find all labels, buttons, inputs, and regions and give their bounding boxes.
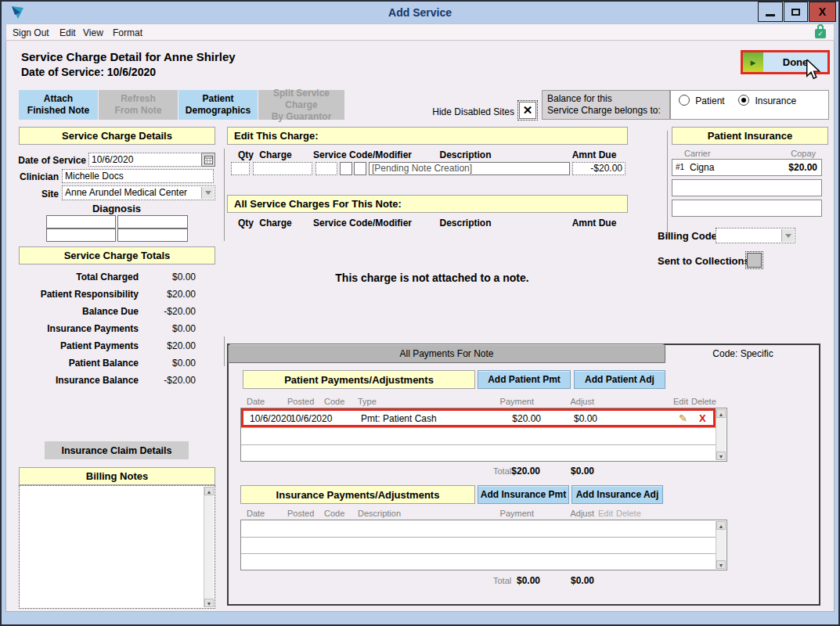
diagnosis-input-2[interactable] [117,215,188,228]
col-edit: Edit [673,397,688,406]
menu-edit[interactable]: Edit [59,27,76,38]
patient-payments-scrollbar[interactable]: ▲ ▼ [716,409,726,460]
window-title: Add Service [2,6,838,19]
total-label: Patient Payments [19,340,139,351]
row-divider [241,553,716,554]
add-patient-pmt-button[interactable]: Add Patient Pmt [478,370,571,389]
col-adjust: Adjust [557,397,594,406]
total-value: $0.00 [142,358,196,369]
col-delete: Delete [691,397,716,406]
delete-x-icon[interactable]: X [699,412,706,424]
chevron-down-icon[interactable] [201,187,214,199]
billing-notes-textarea[interactable]: ▲ ▼ [19,485,215,609]
col-copay: Copay [775,149,816,158]
radio-insurance[interactable] [738,95,749,106]
patient-insurance-header: Patient Insurance [672,127,828,145]
tab-code-specific[interactable]: Code: Specific [665,348,820,359]
diagnosis-label: Diagnosis [62,203,171,214]
sent-to-collections-label: Sent to Collections [658,255,750,267]
menu-format[interactable]: Format [113,27,142,38]
insurance-row-2[interactable] [672,179,822,196]
scroll-up-icon[interactable]: ▲ [716,409,726,418]
insurance-payments-header: Insurance Payments/Adjustments [240,485,475,504]
balance-label-line2: Service Charge belongs to: [547,105,661,116]
total-label: Balance Due [19,306,139,317]
btn-line: Finished Note [27,105,89,117]
payment-type: Pmt: Patient Cash [361,413,437,424]
divider [224,149,225,241]
add-insurance-pmt-button[interactable]: Add Insurance Pmt [478,485,569,504]
play-icon: ► [743,52,763,72]
service-charge-totals-header: Service Charge Totals [19,246,215,264]
total-label: Total Charged [19,272,139,282]
attach-finished-note-button[interactable]: AttachFinished Note [19,90,98,120]
qty-input[interactable] [231,162,250,175]
hide-disabled-sites-checkbox[interactable]: ✕ [519,102,536,119]
play-glyph: ► [749,58,758,67]
tab-all-payments-for-note[interactable]: All Payments For Note [228,344,665,363]
col-description: Description [358,509,401,518]
billing-code-select[interactable] [716,228,795,243]
menu-bar: Sign Out Edit View Format ✓ [5,23,835,41]
minimize-button[interactable] [758,2,783,22]
scroll-down-icon[interactable]: ▼ [716,452,726,460]
clinician-input[interactable] [62,169,214,183]
patient-payments-table: 10/6/2020 10/6/2020 Pmt: Patient Cash $2… [240,408,727,462]
col-charge: Charge [257,218,294,228]
mouse-cursor-icon [805,59,822,80]
diagnosis-input-1[interactable] [46,215,116,228]
col-code: Service Code/Modifier [312,149,413,160]
scroll-down-icon[interactable]: ▼ [204,599,214,607]
chevron-down-icon[interactable] [781,229,794,242]
billing-code-label: Billing Code [658,230,717,242]
site-select[interactable]: Anne Arundel Medical Center [62,185,215,200]
insurance-row-1[interactable]: #1 Cigna $20.00 [672,159,822,176]
scroll-down-icon[interactable]: ▼ [716,560,726,569]
col-payment: Payment [495,509,534,518]
close-button[interactable]: X [809,2,836,22]
btn-line: Patient [202,93,233,105]
date-of-service-input[interactable] [88,153,202,167]
refresh-from-note-button: RefreshFrom Note [99,90,178,120]
menu-sign-out[interactable]: Sign Out [13,27,49,38]
charge-input[interactable] [253,162,312,175]
add-insurance-adj-button[interactable]: Add Insurance Adj [571,485,663,504]
total-value: -$20.00 [142,306,196,317]
col-charge: Charge [257,149,294,160]
calendar-icon[interactable] [201,153,215,167]
col-code: Service Code/Modifier [312,218,413,228]
service-code-input[interactable] [315,162,337,175]
billing-notes-header: Billing Notes [19,467,215,485]
radio-patient[interactable] [679,95,690,106]
col-posted: Posted [287,509,314,518]
menu-view[interactable]: View [83,27,103,38]
btn-line: Attach [44,93,73,105]
insurance-row-3[interactable] [672,200,822,217]
radio-patient-label[interactable]: Patient [695,95,724,106]
scroll-up-icon[interactable]: ▲ [204,487,214,495]
sent-to-collections-checkbox[interactable] [747,253,762,268]
maximize-button[interactable] [784,2,808,22]
radio-insurance-label[interactable]: Insurance [755,95,796,106]
diagnosis-input-4[interactable] [117,228,188,242]
edit-pencil-icon[interactable]: ✎ [679,412,687,424]
date-of-service-label: Date of Service [11,155,86,166]
minimize-icon [766,14,775,16]
billing-notes-scrollbar[interactable]: ▲ ▼ [204,487,214,607]
add-service-window: Add Service X Sign Out Edit View Format … [0,0,840,626]
title-bar[interactable]: Add Service X [2,2,838,23]
diagnosis-input-3[interactable] [46,228,116,242]
insurance-payments-scrollbar[interactable]: ▲ ▼ [716,521,726,569]
add-patient-adj-button[interactable]: Add Patient Adj [574,370,665,389]
modifier-input-1[interactable] [340,162,352,175]
payment-row-highlighted[interactable]: 10/6/2020 10/6/2020 Pmt: Patient Cash $2… [241,408,716,427]
insurance-claim-details-button[interactable]: Insurance Claim Details [45,441,189,459]
btn-line: Split Service Charge [258,88,344,111]
modifier-input-2[interactable] [354,162,366,175]
checkbox-x-glyph: ✕ [523,103,533,117]
patient-demographics-button[interactable]: PatientDemographics [178,90,258,120]
btn-line: By Guarantor [272,111,332,123]
divider [224,336,225,366]
scroll-up-icon[interactable]: ▲ [716,521,726,530]
insurance-rank: #1 [676,163,684,171]
